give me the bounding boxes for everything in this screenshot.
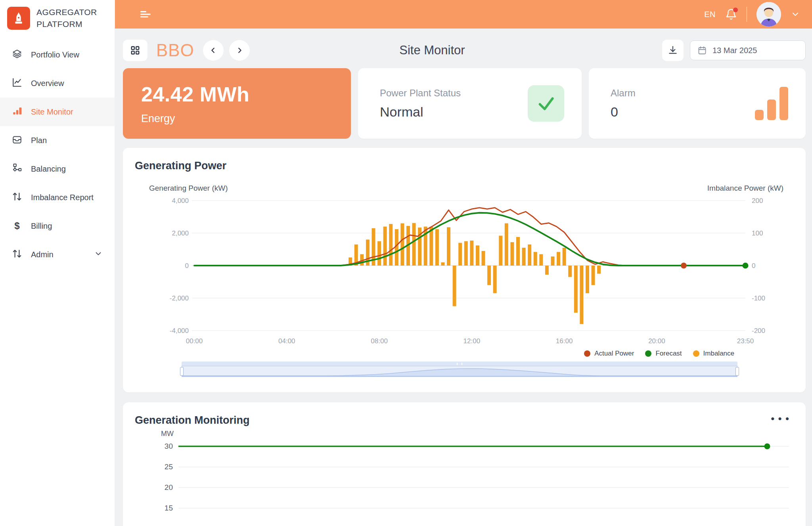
svg-text:20: 20 [165,483,173,492]
app-logo-icon [7,7,30,30]
status-label: Power Plant Status [380,88,461,99]
legend-item-forecast[interactable]: Forecast [645,350,682,358]
svg-text:25: 25 [165,463,173,471]
app-root: AGGREGATOR PLATFORM Portfolio View [0,0,812,526]
brush-selection[interactable] [182,366,737,377]
main-column: EN [115,0,812,526]
generating-power-title: Generating Power [135,160,794,172]
app-name: AGGREGATOR PLATFORM [36,6,97,30]
topbar: EN [115,0,812,29]
calendar-icon [697,46,707,55]
more-options-button[interactable]: • • • [767,414,794,423]
svg-text:16:00: 16:00 [556,337,573,345]
brush-handle-right[interactable] [735,367,739,376]
status-value: Normal [380,104,461,120]
notification-dot [733,8,738,12]
generating-power-card: Generating Power Generating Power (kW) I… [123,148,806,392]
imbalance-dot-icon [693,350,699,357]
svg-text:-2,000: -2,000 [170,295,189,302]
legend-item-actual-power[interactable]: Actual Power [584,350,634,358]
energy-card: 24.42 MWh Energy [123,68,351,139]
site-code: BBO [156,40,194,60]
svg-text:4,000: 4,000 [172,197,189,205]
topbar-divider [747,7,747,22]
status-ok-check-icon [528,85,564,122]
chevron-down-icon [94,249,103,260]
energy-label: Energy [141,113,333,125]
left-axis-title: Generating Power (kW) [149,184,228,193]
site-grid-button[interactable] [123,40,147,61]
arrows-up-down-icon [12,249,22,261]
sidebar-item-label: Admin [31,250,54,259]
sidebar-item-plan[interactable]: Plan [0,126,115,155]
download-button[interactable] [662,40,684,61]
sidebar-item-site-monitor[interactable]: Site Monitor [0,98,115,126]
profile-chevron-down-icon[interactable] [791,10,800,19]
layers-icon [12,49,22,61]
time-range-brush[interactable] [182,362,737,379]
date-value: 13 Mar 2025 [712,46,757,55]
brush-handle-left[interactable] [180,367,184,376]
svg-text:0: 0 [185,262,189,270]
dollar-icon: $ [12,220,22,231]
svg-text:15: 15 [165,504,173,512]
page-header: BBO Site Monitor [123,37,806,63]
svg-text:MW: MW [161,430,174,438]
svg-text:0: 0 [752,262,755,270]
energy-value: 24.42 MWh [141,82,333,106]
sidebar-item-balancing[interactable]: Balancing [0,155,115,183]
brush-grip-icon[interactable] [457,363,462,365]
sidebar-item-label: Billing [31,222,52,231]
svg-text:-100: -100 [752,295,765,302]
menu-toggle-button[interactable] [133,4,158,25]
sidebar-item-billing[interactable]: $ Billing [0,212,115,240]
svg-text:100: 100 [752,230,763,237]
forecast-dot-icon [645,350,651,357]
generation-monitoring-chart: MW30252015 [135,430,793,526]
page-title: Site Monitor [202,43,662,57]
power-plant-status-card: Power Plant Status Normal [358,68,582,139]
user-avatar[interactable] [756,2,781,27]
sidebar-item-label: Balancing [31,164,66,174]
svg-text:00:00: 00:00 [186,337,203,345]
sidebar-item-admin[interactable]: Admin [0,240,115,269]
sidebar-item-portfolio-view[interactable]: Portfolio View [0,40,115,69]
svg-text:08:00: 08:00 [371,337,388,345]
alarm-count: 0 [611,104,636,120]
legend-item-imbalance[interactable]: Imbalance [693,350,734,358]
alarm-label: Alarm [611,88,636,99]
svg-text:23:50: 23:50 [737,337,754,345]
sidebar-item-label: Imbalance Report [31,193,94,202]
svg-text:30: 30 [165,442,173,450]
chart-legend: Actual Power Forecast Imbalance [135,350,794,358]
svg-text:2,000: 2,000 [172,230,189,237]
content: BBO Site Monitor [115,29,812,526]
generation-monitoring-title: Generation Monitoring [135,414,250,427]
generating-power-chart: 4,0002002,00010000-2,000-100-4,000-20000… [135,193,793,347]
sidebar-item-label: Site Monitor [31,107,73,117]
bar-chart-icon [12,106,22,118]
sidebar-item-imbalance-report[interactable]: Imbalance Report [0,183,115,212]
notifications-bell-icon[interactable] [725,8,737,20]
svg-text:-4,000: -4,000 [170,327,189,335]
sidebar-item-label: Overview [31,79,64,88]
svg-text:12:00: 12:00 [463,337,481,345]
brush-minimap [182,366,737,377]
app-logo-row: AGGREGATOR PLATFORM [0,0,115,36]
sidebar-item-overview[interactable]: Overview [0,69,115,98]
date-picker[interactable]: 13 Mar 2025 [690,40,806,60]
language-selector[interactable]: EN [704,10,716,19]
svg-text:20:00: 20:00 [648,337,665,345]
generation-monitoring-card: Generation Monitoring • • • MW30252015 [123,402,806,526]
line-chart-icon [12,77,22,90]
sidebar: AGGREGATOR PLATFORM Portfolio View [0,0,115,526]
right-axis-title: Imbalance Power (kW) [707,184,783,193]
svg-text:200: 200 [752,197,763,205]
alarm-card: Alarm 0 [589,68,806,139]
sidebar-nav: Portfolio View Overview [0,40,115,269]
inbox-icon [12,134,22,147]
kpi-cards-row: 24.42 MWh Energy Power Plant Status Norm… [123,68,806,139]
svg-text:04:00: 04:00 [278,337,295,345]
workflow-icon [12,163,22,175]
sidebar-item-label: Plan [31,136,47,145]
